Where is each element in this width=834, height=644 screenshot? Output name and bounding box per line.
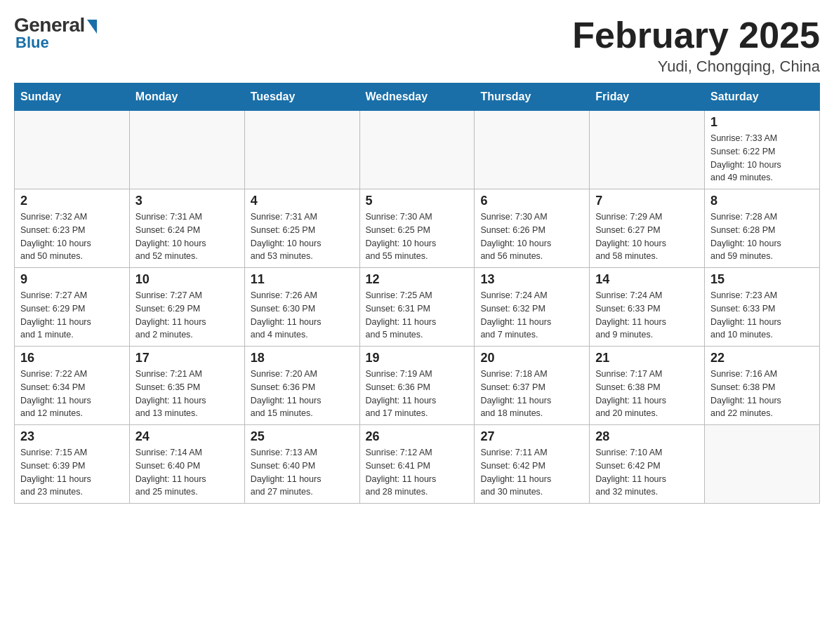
calendar-day-cell xyxy=(15,111,130,189)
calendar-day-cell: 21Sunrise: 7:17 AM Sunset: 6:38 PM Dayli… xyxy=(590,347,705,425)
day-number: 6 xyxy=(480,194,583,208)
day-number: 23 xyxy=(20,429,124,444)
day-info: Sunrise: 7:20 AM Sunset: 6:36 PM Dayligh… xyxy=(251,368,354,420)
day-info: Sunrise: 7:31 AM Sunset: 6:25 PM Dayligh… xyxy=(251,210,354,263)
day-number: 2 xyxy=(20,194,124,208)
day-number: 7 xyxy=(595,194,699,208)
weekday-header-friday: Friday xyxy=(590,83,705,111)
day-info: Sunrise: 7:21 AM Sunset: 6:35 PM Dayligh… xyxy=(135,368,239,420)
calendar-week-row: 23Sunrise: 7:15 AM Sunset: 6:39 PM Dayli… xyxy=(15,425,820,504)
calendar-day-cell: 16Sunrise: 7:22 AM Sunset: 6:34 PM Dayli… xyxy=(15,347,130,425)
logo: General Blue xyxy=(14,14,97,52)
day-number: 11 xyxy=(251,272,354,287)
calendar-day-cell: 19Sunrise: 7:19 AM Sunset: 6:36 PM Dayli… xyxy=(359,347,475,425)
day-info: Sunrise: 7:27 AM Sunset: 6:29 PM Dayligh… xyxy=(20,289,124,342)
day-info: Sunrise: 7:27 AM Sunset: 6:29 PM Dayligh… xyxy=(135,289,239,342)
day-info: Sunrise: 7:29 AM Sunset: 6:27 PM Dayligh… xyxy=(595,210,699,263)
calendar-day-cell: 25Sunrise: 7:13 AM Sunset: 6:40 PM Dayli… xyxy=(244,425,359,504)
day-number: 26 xyxy=(366,429,469,444)
calendar-day-cell: 12Sunrise: 7:25 AM Sunset: 6:31 PM Dayli… xyxy=(359,268,475,347)
day-number: 1 xyxy=(710,115,814,130)
logo-arrow-icon xyxy=(87,20,97,34)
calendar-day-cell: 5Sunrise: 7:30 AM Sunset: 6:25 PM Daylig… xyxy=(359,189,475,268)
day-info: Sunrise: 7:16 AM Sunset: 6:38 PM Dayligh… xyxy=(710,368,814,420)
calendar-day-cell: 11Sunrise: 7:26 AM Sunset: 6:30 PM Dayli… xyxy=(244,268,359,347)
day-info: Sunrise: 7:32 AM Sunset: 6:23 PM Dayligh… xyxy=(20,210,124,263)
calendar-day-cell xyxy=(475,111,590,189)
day-info: Sunrise: 7:24 AM Sunset: 6:33 PM Dayligh… xyxy=(595,289,699,342)
calendar-day-cell: 9Sunrise: 7:27 AM Sunset: 6:29 PM Daylig… xyxy=(15,268,130,347)
logo-blue-text: Blue xyxy=(15,34,49,52)
day-number: 20 xyxy=(480,351,583,365)
day-info: Sunrise: 7:14 AM Sunset: 6:40 PM Dayligh… xyxy=(135,446,239,499)
calendar-day-cell xyxy=(590,111,705,189)
calendar-day-cell: 10Sunrise: 7:27 AM Sunset: 6:29 PM Dayli… xyxy=(129,268,244,347)
day-number: 19 xyxy=(366,351,469,365)
day-info: Sunrise: 7:13 AM Sunset: 6:40 PM Dayligh… xyxy=(251,446,354,499)
day-number: 8 xyxy=(710,194,814,208)
calendar-day-cell: 24Sunrise: 7:14 AM Sunset: 6:40 PM Dayli… xyxy=(129,425,244,504)
day-number: 22 xyxy=(710,351,814,365)
calendar-week-row: 9Sunrise: 7:27 AM Sunset: 6:29 PM Daylig… xyxy=(15,268,820,347)
calendar-day-cell xyxy=(359,111,475,189)
day-info: Sunrise: 7:28 AM Sunset: 6:28 PM Dayligh… xyxy=(710,210,814,263)
day-number: 16 xyxy=(20,351,124,365)
day-number: 21 xyxy=(595,351,699,365)
calendar-day-cell: 2Sunrise: 7:32 AM Sunset: 6:23 PM Daylig… xyxy=(15,189,130,268)
weekday-header-sunday: Sunday xyxy=(15,83,130,111)
day-number: 4 xyxy=(251,194,354,208)
calendar-day-cell: 27Sunrise: 7:11 AM Sunset: 6:42 PM Dayli… xyxy=(475,425,590,504)
day-info: Sunrise: 7:30 AM Sunset: 6:26 PM Dayligh… xyxy=(480,210,583,263)
day-number: 18 xyxy=(251,351,354,365)
day-number: 15 xyxy=(710,272,814,287)
calendar-day-cell: 7Sunrise: 7:29 AM Sunset: 6:27 PM Daylig… xyxy=(590,189,705,268)
calendar-day-cell: 8Sunrise: 7:28 AM Sunset: 6:28 PM Daylig… xyxy=(705,189,820,268)
calendar-week-row: 1Sunrise: 7:33 AM Sunset: 6:22 PM Daylig… xyxy=(15,111,820,189)
day-number: 25 xyxy=(251,429,354,444)
day-number: 27 xyxy=(480,429,583,444)
calendar-day-cell: 23Sunrise: 7:15 AM Sunset: 6:39 PM Dayli… xyxy=(15,425,130,504)
calendar-day-cell: 13Sunrise: 7:24 AM Sunset: 6:32 PM Dayli… xyxy=(475,268,590,347)
page-header: General Blue February 2025 Yudi, Chongqi… xyxy=(14,14,820,76)
day-info: Sunrise: 7:10 AM Sunset: 6:42 PM Dayligh… xyxy=(595,446,699,499)
day-number: 28 xyxy=(595,429,699,444)
day-info: Sunrise: 7:18 AM Sunset: 6:37 PM Dayligh… xyxy=(480,368,583,420)
calendar-day-cell xyxy=(129,111,244,189)
day-number: 3 xyxy=(135,194,239,208)
calendar-day-cell: 15Sunrise: 7:23 AM Sunset: 6:33 PM Dayli… xyxy=(705,268,820,347)
day-info: Sunrise: 7:12 AM Sunset: 6:41 PM Dayligh… xyxy=(366,446,469,499)
day-number: 12 xyxy=(366,272,469,287)
day-info: Sunrise: 7:19 AM Sunset: 6:36 PM Dayligh… xyxy=(366,368,469,420)
day-number: 24 xyxy=(135,429,239,444)
calendar-week-row: 2Sunrise: 7:32 AM Sunset: 6:23 PM Daylig… xyxy=(15,189,820,268)
calendar-day-cell: 14Sunrise: 7:24 AM Sunset: 6:33 PM Dayli… xyxy=(590,268,705,347)
calendar-day-cell: 18Sunrise: 7:20 AM Sunset: 6:36 PM Dayli… xyxy=(244,347,359,425)
weekday-header-tuesday: Tuesday xyxy=(244,83,359,111)
day-number: 17 xyxy=(135,351,239,365)
calendar-table: SundayMondayTuesdayWednesdayThursdayFrid… xyxy=(14,83,820,504)
day-number: 9 xyxy=(20,272,124,287)
calendar-subtitle: Yudi, Chongqing, China xyxy=(572,58,820,76)
calendar-day-cell: 22Sunrise: 7:16 AM Sunset: 6:38 PM Dayli… xyxy=(705,347,820,425)
calendar-week-row: 16Sunrise: 7:22 AM Sunset: 6:34 PM Dayli… xyxy=(15,347,820,425)
day-info: Sunrise: 7:11 AM Sunset: 6:42 PM Dayligh… xyxy=(480,446,583,499)
day-info: Sunrise: 7:30 AM Sunset: 6:25 PM Dayligh… xyxy=(366,210,469,263)
calendar-day-cell: 4Sunrise: 7:31 AM Sunset: 6:25 PM Daylig… xyxy=(244,189,359,268)
day-info: Sunrise: 7:17 AM Sunset: 6:38 PM Dayligh… xyxy=(595,368,699,420)
calendar-day-cell: 3Sunrise: 7:31 AM Sunset: 6:24 PM Daylig… xyxy=(129,189,244,268)
day-info: Sunrise: 7:24 AM Sunset: 6:32 PM Dayligh… xyxy=(480,289,583,342)
weekday-header-monday: Monday xyxy=(129,83,244,111)
calendar-day-cell xyxy=(705,425,820,504)
calendar-day-cell: 6Sunrise: 7:30 AM Sunset: 6:26 PM Daylig… xyxy=(475,189,590,268)
day-number: 14 xyxy=(595,272,699,287)
weekday-header-row: SundayMondayTuesdayWednesdayThursdayFrid… xyxy=(15,83,820,111)
calendar-day-cell: 20Sunrise: 7:18 AM Sunset: 6:37 PM Dayli… xyxy=(475,347,590,425)
calendar-day-cell: 1Sunrise: 7:33 AM Sunset: 6:22 PM Daylig… xyxy=(705,111,820,189)
calendar-day-cell: 26Sunrise: 7:12 AM Sunset: 6:41 PM Dayli… xyxy=(359,425,475,504)
title-section: February 2025 Yudi, Chongqing, China xyxy=(572,14,820,76)
day-info: Sunrise: 7:25 AM Sunset: 6:31 PM Dayligh… xyxy=(366,289,469,342)
day-info: Sunrise: 7:15 AM Sunset: 6:39 PM Dayligh… xyxy=(20,446,124,499)
weekday-header-saturday: Saturday xyxy=(705,83,820,111)
day-info: Sunrise: 7:33 AM Sunset: 6:22 PM Dayligh… xyxy=(710,132,814,185)
day-number: 13 xyxy=(480,272,583,287)
